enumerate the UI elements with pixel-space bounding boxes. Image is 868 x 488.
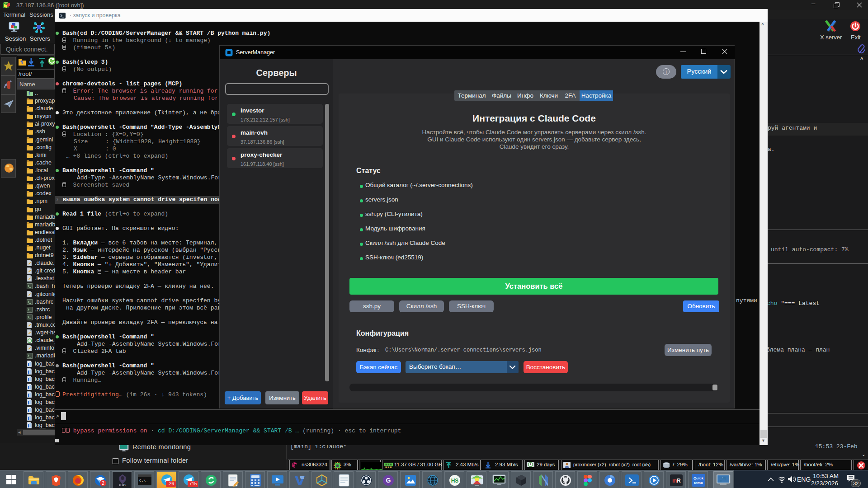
- svg-text:R: R: [677, 478, 681, 484]
- svg-text:HS: HS: [451, 478, 459, 484]
- svg-text:C:\_: C:\_: [139, 479, 148, 483]
- svg-text:FURY: FURY: [119, 484, 126, 487]
- svg-text:Quick: Quick: [693, 476, 704, 480]
- svg-text:G: G: [386, 477, 391, 484]
- svg-text:utmo: utmo: [694, 481, 703, 485]
- svg-text:2: 2: [102, 481, 104, 486]
